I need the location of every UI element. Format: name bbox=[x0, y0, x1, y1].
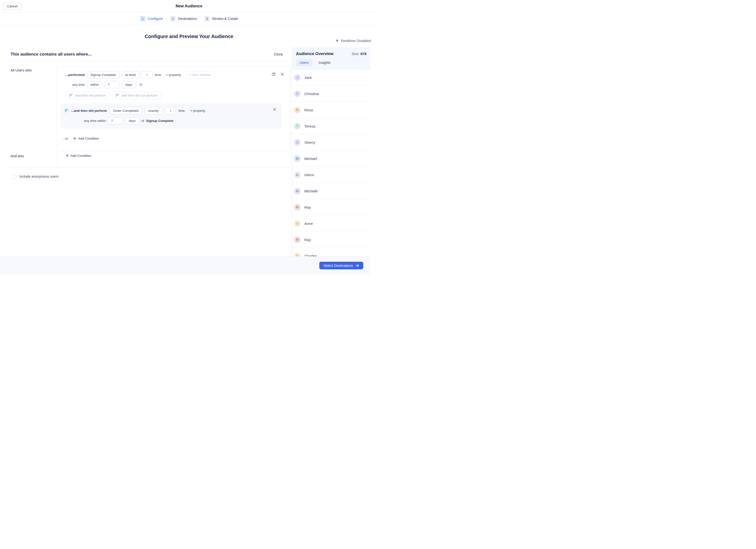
window-value-input[interactable]: 7 bbox=[105, 81, 120, 88]
funnel-filter-icon-active bbox=[65, 109, 69, 112]
step-destinations[interactable]: 2 Destinations bbox=[170, 16, 197, 21]
count-input[interactable]: 1 bbox=[141, 71, 153, 78]
user-row[interactable]: S Sherry bbox=[292, 134, 370, 151]
time-window-row: any time within 7 days bbox=[57, 81, 290, 88]
condition-card-actions bbox=[272, 72, 284, 76]
funnel-time-label: time bbox=[179, 109, 185, 112]
audience-overview-panel: Audience Overview Size: 678 Users Insigh… bbox=[292, 48, 370, 256]
window-title: New Audience bbox=[0, 4, 378, 8]
user-name: Ray bbox=[304, 205, 311, 209]
and-also-label: And also bbox=[5, 153, 57, 165]
realtime-status-label: Realtime Disabled bbox=[341, 39, 371, 43]
select-destinations-button[interactable]: Select Destinations bbox=[319, 262, 363, 269]
funnel-condition-block: ...and then did perform Order Completed … bbox=[60, 103, 281, 128]
duplicate-condition-button[interactable] bbox=[272, 72, 275, 76]
user-name: Rosa bbox=[304, 108, 313, 112]
user-name: Glenn bbox=[304, 173, 314, 177]
include-anonymous-checkbox[interactable] bbox=[12, 174, 16, 178]
remove-condition-button[interactable] bbox=[281, 73, 284, 76]
funnel-event-select[interactable]: Order Completed bbox=[109, 107, 142, 114]
user-row[interactable]: C Charles bbox=[292, 248, 370, 256]
funnel-add-property-button[interactable]: + property bbox=[189, 109, 207, 113]
user-row[interactable]: G Glenn bbox=[292, 167, 370, 183]
remove-time-window-button[interactable] bbox=[140, 83, 142, 86]
add-then-did-not-perform-button[interactable]: and then did not perform bbox=[112, 92, 161, 99]
overview-title-row: Audience Overview Size: 678 bbox=[296, 51, 366, 56]
step-number-3: 3 bbox=[204, 16, 210, 21]
or-label: ...or bbox=[62, 137, 68, 140]
any-time-within-label: any time within bbox=[60, 119, 106, 123]
user-row[interactable]: T Teresa bbox=[292, 118, 370, 134]
user-row[interactable]: C Christina bbox=[292, 86, 370, 102]
close-icon bbox=[273, 108, 276, 111]
add-time-window-button[interactable]: + time window bbox=[186, 71, 214, 78]
step-review-create[interactable]: 3 Review & Create bbox=[204, 16, 238, 21]
of-event-label: Signup Complete bbox=[146, 119, 173, 123]
add-or-condition-button[interactable]: Add Condition bbox=[72, 136, 100, 140]
user-list[interactable]: J Jack C Christina R Rosa T Teresa S She… bbox=[292, 70, 370, 256]
add-then-did-not-perform-label: and then did not perform bbox=[122, 94, 158, 97]
select-destinations-label: Select Destinations bbox=[323, 264, 353, 267]
add-then-did-perform-button[interactable]: and then did perform bbox=[66, 92, 109, 99]
funnel-window-value-input[interactable]: 7 bbox=[108, 117, 123, 124]
close-icon bbox=[140, 83, 142, 86]
performed-label: ...performed bbox=[57, 73, 85, 77]
add-property-button[interactable]: + property bbox=[165, 73, 182, 77]
include-anonymous-label: Include anonymous users bbox=[19, 174, 59, 178]
stepper: 1 Configure 2 Destinations 3 Review & Cr… bbox=[0, 13, 378, 25]
funnel-filter-icon bbox=[116, 94, 119, 97]
duplicate-icon bbox=[272, 72, 275, 76]
avatar: C bbox=[294, 90, 301, 97]
footer-bar: Select Destinations bbox=[0, 256, 370, 274]
tab-insights[interactable]: Insights bbox=[318, 59, 331, 66]
page-heading: Configure and Preview Your Audience bbox=[145, 34, 233, 39]
user-row[interactable]: R Ray bbox=[292, 232, 370, 248]
user-row[interactable]: R Ray bbox=[292, 199, 370, 215]
arrow-right-icon bbox=[355, 264, 359, 267]
time-label: time bbox=[155, 73, 161, 77]
step-number-1: 1 bbox=[140, 16, 145, 21]
avatar: C bbox=[294, 252, 301, 256]
within-select[interactable]: within bbox=[87, 81, 103, 88]
funnel-count-input[interactable]: 1 bbox=[165, 107, 176, 114]
avatar: R bbox=[294, 204, 301, 210]
tab-users[interactable]: Users bbox=[296, 59, 312, 66]
step-configure[interactable]: 1 Configure bbox=[140, 16, 163, 21]
avatar: M bbox=[294, 188, 301, 194]
event-select[interactable]: Signup Complete bbox=[87, 71, 120, 78]
audience-size: Size: 678 bbox=[352, 52, 366, 56]
user-name: Sherry bbox=[304, 140, 315, 144]
or-row: ...or Add Condition bbox=[57, 136, 290, 140]
any-time-label: any time bbox=[57, 83, 85, 86]
window-unit-select[interactable]: days bbox=[122, 81, 136, 88]
funnel-operator-select[interactable]: exactly bbox=[145, 107, 162, 114]
funnel-ghost-row: and then did perform and then did not pe… bbox=[57, 92, 290, 99]
user-row[interactable]: M Michelle bbox=[292, 183, 370, 199]
and-also-section: And also Add Condition bbox=[5, 153, 292, 165]
clone-button[interactable]: Clone bbox=[272, 52, 284, 56]
builder-title: This audience contains all users where..… bbox=[11, 52, 92, 57]
operator-select[interactable]: at least bbox=[122, 71, 140, 78]
user-row[interactable]: M Michael bbox=[292, 151, 370, 167]
user-name: Charles bbox=[304, 254, 317, 256]
funnel-window-unit-select[interactable]: days bbox=[125, 117, 140, 124]
close-icon bbox=[281, 73, 284, 76]
add-and-condition-button[interactable]: Add Condition bbox=[64, 153, 93, 158]
user-name: Christina bbox=[304, 92, 319, 96]
condition-card: ...performed Signup Complete at least 1 … bbox=[57, 66, 290, 151]
cancel-button[interactable]: Cancel bbox=[3, 3, 22, 10]
add-then-did-perform-label: and then did perform bbox=[75, 94, 106, 97]
top-bar: Cancel New Audience bbox=[0, 0, 378, 13]
heading-row: Configure and Preview Your Audience Real… bbox=[0, 25, 378, 48]
user-row[interactable]: R Rosa bbox=[292, 102, 370, 118]
user-row[interactable]: J Jack bbox=[292, 70, 370, 86]
user-row[interactable]: A Anne bbox=[292, 215, 370, 232]
avatar: R bbox=[294, 236, 301, 243]
condition-group: All Users who bbox=[5, 66, 292, 151]
step-label-configure: Configure bbox=[148, 17, 163, 21]
remove-funnel-condition-button[interactable] bbox=[273, 108, 276, 111]
overview-title: Audience Overview bbox=[296, 51, 333, 56]
funnel-window-row: any time within 7 days of Signup Complet… bbox=[60, 117, 281, 124]
step-label-destinations: Destinations bbox=[178, 17, 197, 21]
avatar: A bbox=[294, 220, 301, 227]
